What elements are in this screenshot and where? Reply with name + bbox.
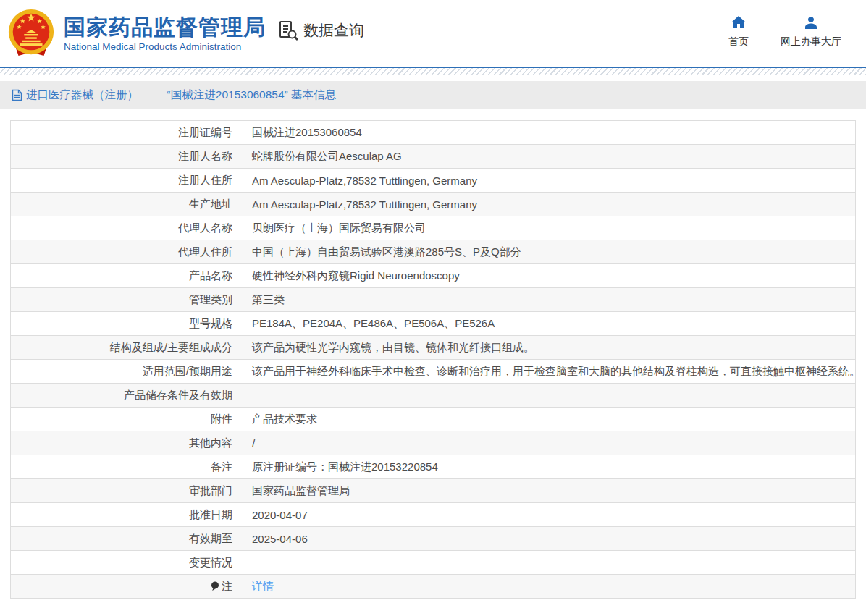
row-label: 变更情况 [11,551,243,575]
table-row: 备注 原注册证编号：国械注进20153220854 [11,455,856,479]
row-value: 国械注进20153060854 [243,121,856,145]
table-row: 结构及组成/主要组成成分 该产品为硬性光学内窥镜，由目镜、镜体和光纤接口组成。 [11,336,856,360]
top-nav: 首页 网上办事大厅 [728,18,841,48]
table-row: 批准日期 2020-04-07 [11,503,856,527]
row-label: 产品名称 [11,264,243,288]
row-value [243,551,856,575]
row-label: 其他内容 [11,431,243,455]
breadcrumb: 进口医疗器械（注册） —— “国械注进20153060854” 基本信息 [0,81,866,109]
row-label: 适用范围/预期用途 [11,360,243,384]
row-value: 产品技术要求 [243,408,856,431]
row-label: 代理人住所 [11,240,243,264]
row-label: 生产地址 [11,193,243,216]
row-value: 第三类 [243,288,856,312]
row-value: 原注册证编号：国械注进20153220854 [243,455,856,479]
table-wrap: 注册证编号 国械注进20153060854 注册人名称 蛇牌股份有限公司Aesc… [0,109,866,599]
row-value: 贝朗医疗（上海）国际贸易有限公司 [243,216,856,240]
row-value: 中国（上海）自由贸易试验区港澳路285号S、P及Q部分 [243,240,856,264]
row-value [243,384,856,408]
table-row: 变更情况 [11,551,856,575]
row-value: Am Aesculap-Platz,78532 Tuttlingen, Germ… [243,169,856,193]
nav-online-hall-label: 网上办事大厅 [781,35,841,48]
national-emblem-logo [6,8,56,59]
row-label: 审批部门 [11,479,243,503]
table-row: 审批部门 国家药品监督管理局 [11,479,856,503]
table-row: 注册证编号 国械注进20153060854 [11,121,856,145]
row-value: 国家药品监督管理局 [243,479,856,503]
row-label: 注册人名称 [11,145,243,169]
row-label: 附件 [11,408,243,431]
data-query-nav[interactable]: 数据查询 [277,20,364,41]
logo-block: 国家药品监督管理局 National Medical Products Admi… [6,8,266,59]
row-label: 型号规格 [11,312,243,336]
nav-home[interactable]: 首页 [728,14,749,48]
registration-info-table: 注册证编号 国械注进20153060854 注册人名称 蛇牌股份有限公司Aesc… [10,120,856,599]
table-row: 产品名称 硬性神经外科内窥镜Rigid Neuroendoscopy [11,264,856,288]
row-label: 批准日期 [11,503,243,527]
row-value: Am Aesculap-Platz,78532 Tuttlingen, Germ… [243,193,856,216]
document-icon [12,89,22,101]
table-row: 注 详情 [11,575,856,599]
breadcrumb-text: 进口医疗器械（注册） —— “国械注进20153060854” 基本信息 [26,88,336,103]
table-row: 产品储存条件及有效期 [11,384,856,408]
spacer [0,75,866,81]
row-label: 结构及组成/主要组成成分 [11,336,243,360]
row-label: 有效期至 [11,527,243,551]
site-title: 国家药品监督管理局 [64,15,266,39]
hatch-pattern-band [0,68,866,75]
user-icon [802,14,820,31]
row-value: 详情 [243,575,856,599]
row-value: 硬性神经外科内窥镜Rigid Neuroendoscopy [243,264,856,288]
data-query-label: 数据查询 [303,20,364,41]
table-row: 型号规格 PE184A、PE204A、PE486A、PE506A、PE526A [11,312,856,336]
table-row: 生产地址 Am Aesculap-Platz,78532 Tuttlingen,… [11,193,856,216]
table-row: 代理人住所 中国（上海）自由贸易试验区港澳路285号S、P及Q部分 [11,240,856,264]
details-link[interactable]: 详情 [252,580,274,592]
table-row: 注册人住所 Am Aesculap-Platz,78532 Tuttlingen… [11,169,856,193]
row-value: 2020-04-07 [243,503,856,527]
row-value: / [243,431,856,455]
table-row: 管理类别 第三类 [11,288,856,312]
table-row: 附件 产品技术要求 [11,408,856,431]
row-label: 注册证编号 [11,121,243,145]
row-label: 产品储存条件及有效期 [11,384,243,408]
table-row: 其他内容 / [11,431,856,455]
row-label-text: 注 [222,580,232,592]
note-balloon-icon [211,581,219,591]
row-label: 备注 [11,455,243,479]
row-label: 代理人名称 [11,216,243,240]
site-titles: 国家药品监督管理局 National Medical Products Admi… [64,15,266,52]
row-label: 管理类别 [11,288,243,312]
data-query-icon [277,20,299,41]
table-row: 有效期至 2025-04-06 [11,527,856,551]
row-value: 该产品用于神经外科临床手术中检查、诊断和治疗用，用于检查脑室和大脑的其他结构及脊… [243,360,856,384]
nav-home-label: 首页 [728,35,749,48]
site-subtitle: National Medical Products Administration [64,41,266,52]
row-value: 2025-04-06 [243,527,856,551]
home-icon [730,14,747,31]
table-row: 注册人名称 蛇牌股份有限公司Aesculap AG [11,145,856,169]
table-row: 代理人名称 贝朗医疗（上海）国际贸易有限公司 [11,216,856,240]
nav-online-hall[interactable]: 网上办事大厅 [781,14,841,48]
row-value: 该产品为硬性光学内窥镜，由目镜、镜体和光纤接口组成。 [243,336,856,360]
row-label: 注册人住所 [11,169,243,193]
row-value: PE184A、PE204A、PE486A、PE506A、PE526A [243,312,856,336]
row-value: 蛇牌股份有限公司Aesculap AG [243,145,856,169]
row-label: 注 [11,575,243,599]
site-header: 国家药品监督管理局 National Medical Products Admi… [0,0,866,67]
table-row: 适用范围/预期用途 该产品用于神经外科临床手术中检查、诊断和治疗用，用于检查脑室… [11,360,856,384]
page: 国家药品监督管理局 National Medical Products Admi… [0,0,866,599]
